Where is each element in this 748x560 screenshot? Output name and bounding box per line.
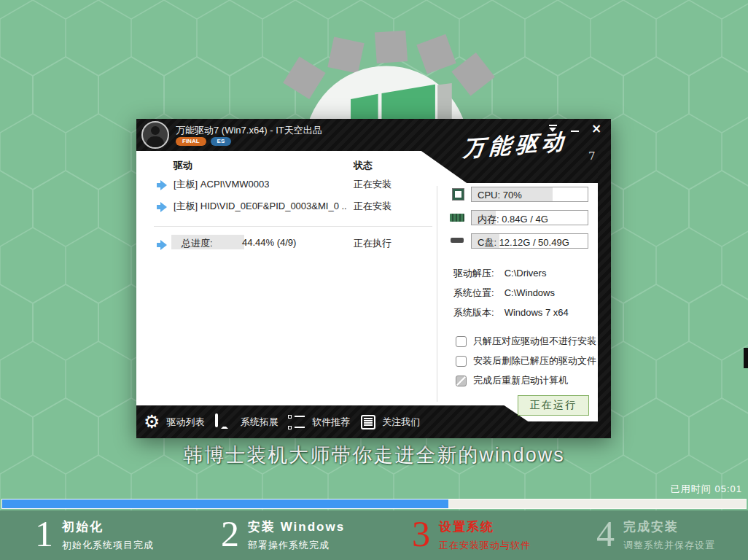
driver-row [157,201,172,212]
total-progress-row [157,238,172,250]
avatar-person-icon [151,126,160,135]
arrow-right-icon [157,180,172,190]
disk-value: 12.12G / 50.49G [499,237,569,248]
window-title: 万能驱动7 (Win7.x64) - IT天空出品 [176,124,322,137]
checkbox-icon[interactable] [456,336,467,347]
arrow-right-icon [157,202,172,212]
driver-status: 正在安装 [354,178,391,191]
step-4-finish-install: 4 完成安装 调整系统并保存设置 [596,513,715,555]
final-badge: FINAL [176,137,206,146]
brand-version: 7 [588,149,596,163]
info-value: Windows 7 x64 [504,307,569,318]
memory-meter: 内存: 0.84G / 4G [471,210,588,225]
disk-icon [451,238,464,243]
step-subtitle: 调整系统并保存设置 [623,539,715,552]
toolbar-label: 系统拓展 [241,416,278,429]
gear-icon: ⚙ [144,413,160,431]
driver-name: [主板] HID\VID_0E0F&PID_0003&MI_0 .. [174,200,347,213]
step-subtitle: 正在安装驱动与软件 [439,539,531,552]
step-1-initialize: 1 初始化 初始化系统项目完成 [35,513,154,555]
installer-caption: 韩博士装机大师带你走进全新的windows [0,442,748,468]
screen-edge-handle[interactable] [744,348,748,368]
list-divider [154,226,432,227]
info-row-unpack: 驱动解压:C:\Drivers [453,267,546,280]
toolbar-system-extend[interactable]: 系统拓展 [215,405,278,438]
memory-value: 0.84G / 4G [502,214,548,225]
cpu-value: 70% [503,190,522,201]
driver-status: 正在安装 [354,200,391,213]
memory-label: 内存: [478,214,499,225]
total-progress-bar: 总进度: 44.44% (4/9) [171,235,335,249]
toolbar-follow-us[interactable]: 关注我们 [361,405,420,438]
memory-icon [450,214,464,222]
step-subtitle: 初始化系统项目完成 [62,539,154,552]
list-icon [288,415,305,429]
info-row-version: 系统版本:Windows 7 x64 [453,306,569,319]
step-3-configure-system: 3 设置系统 正在安装驱动与软件 [412,513,531,555]
toolbar-label: 驱动列表 [166,416,204,429]
info-row-location: 系统位置:C:\Windows [453,287,555,300]
panel-divider [437,186,437,402]
step-subtitle: 部署操作系统完成 [248,539,345,552]
right-edge-band [598,151,611,438]
arrow-right-icon [157,240,172,250]
step-number: 4 [596,513,615,555]
option-extract-only[interactable]: 只解压对应驱动但不进行安装 [456,335,596,348]
step-title: 初始化 [62,518,154,535]
disk-meter: C盘: 12.12G / 50.49G [471,233,588,249]
option-restart-after-finish[interactable]: 完成后重新启动计算机 [456,374,568,387]
toolbar-label: 软件推荐 [312,416,350,429]
driver-name: [主板] ACPI\VMW0003 [174,178,269,191]
overall-progress-bar [1,499,747,509]
step-number: 3 [412,513,430,555]
cpu-meter: CPU: 70% [471,187,588,202]
total-progress-label: 总进度: [182,237,213,250]
step-title: 完成安装 [623,518,715,535]
elapsed-label: 已用时间 [671,483,712,494]
avatar [141,121,169,149]
info-label: 系统版本: [453,307,494,318]
disk-label: C盘: [478,237,496,248]
checkbox-icon[interactable] [456,376,467,386]
total-progress-status: 正在执行 [354,237,391,250]
info-label: 驱动解压: [453,268,494,279]
driver-row [157,179,172,190]
document-icon [361,415,375,429]
info-value: C:\Drivers [504,268,547,279]
cpu-icon [453,189,464,200]
overall-progress-fill [2,499,448,508]
cpu-label: CPU: [478,190,500,201]
es-badge: ES [211,137,232,146]
column-header-status: 状态 [354,159,373,172]
toolbar-label: 关注我们 [382,416,420,429]
total-progress-value: 44.44% (4/9) [242,237,296,248]
info-label: 系统位置: [453,287,494,298]
step-2-install-windows: 2 安装 Windows 部署操作系统完成 [221,513,345,555]
step-number: 2 [221,513,239,555]
step-number: 1 [35,513,53,555]
monitor-icon [215,415,234,429]
elapsed-value: 05:01 [714,483,742,494]
option-label: 完成后重新启动计算机 [473,374,568,387]
column-header-driver: 驱动 [174,159,192,172]
step-title: 安装 Windows [248,518,345,535]
checkbox-icon[interactable] [456,356,467,367]
wandrv-window: 万能驱动7 (Win7.x64) - IT天空出品 FINAL ES × 万能驱… [136,119,611,438]
toolbar-software-recommend[interactable]: 软件推荐 [288,405,350,438]
option-label: 安装后删除已解压的驱动文件 [473,354,596,368]
option-delete-after-install[interactable]: 安装后删除已解压的驱动文件 [456,354,596,368]
toolbar-driver-list[interactable]: ⚙ 驱动列表 [144,405,204,438]
info-value: C:\Windows [504,287,555,298]
desktop: 已用时间 05:01 韩博士装机大师带你走进全新的windows 1 初始化 初… [0,0,748,560]
gear-windows-emblem [248,22,525,119]
elapsed-time: 已用时间 05:01 [671,483,742,496]
step-title: 设置系统 [439,518,531,535]
option-label: 只解压对应驱动但不进行安装 [473,335,596,348]
run-button[interactable]: 正在运行 [518,395,589,416]
